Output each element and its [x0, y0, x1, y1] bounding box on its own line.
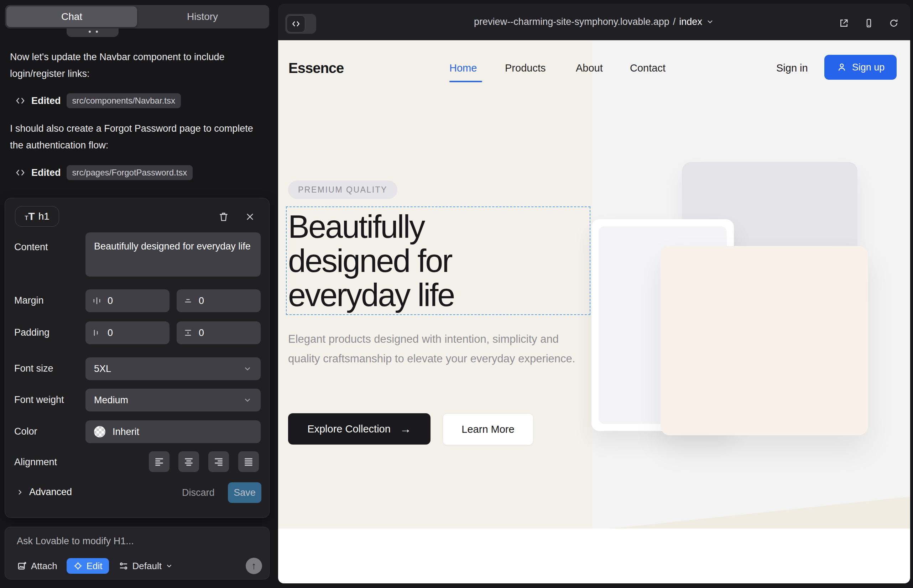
tab-history[interactable]: History	[137, 6, 268, 27]
padding-y-input[interactable]: 0	[176, 321, 261, 344]
hero-heading-line: designed for	[288, 244, 454, 278]
explore-collection-label: Explore Collection	[307, 423, 391, 435]
scrolled-chip-partial	[66, 29, 118, 37]
person-icon	[837, 62, 847, 73]
font-weight-label: Font weight	[14, 394, 64, 405]
code-toggle-segment[interactable]	[287, 15, 305, 32]
open-external-button[interactable]	[837, 17, 850, 29]
attach-label: Attach	[31, 561, 57, 572]
edited-label: Edited	[31, 95, 61, 107]
send-button[interactable]: ↑	[246, 558, 262, 574]
default-mode-button[interactable]: Default	[118, 561, 173, 572]
hero-heading[interactable]: Beautifully designed for everyday life	[288, 210, 454, 312]
content-label: Content	[14, 242, 48, 253]
url-bar[interactable]: preview--charming-site-symphony.lovable.…	[278, 4, 910, 39]
code-icon	[15, 95, 26, 106]
tab-chat[interactable]: Chat	[6, 6, 137, 27]
element-tag: h1	[39, 211, 50, 222]
hero-heading-line: everyday life	[288, 278, 454, 312]
font-size-value: 5XL	[94, 363, 111, 375]
color-select[interactable]: Inherit	[86, 420, 261, 443]
edited-file-row[interactable]: Edited src/pages/ForgotPassword.tsx	[15, 165, 193, 180]
advanced-label: Advanced	[29, 486, 72, 498]
lovable-app-window: Chat History Now let's update the Navbar…	[0, 0, 913, 588]
code-preview-toggle[interactable]	[285, 14, 316, 34]
margin-y-input[interactable]: 0	[176, 289, 261, 312]
chat-message: I should also create a Forgot Password p…	[10, 120, 259, 154]
arrow-right-icon: →	[400, 423, 411, 436]
file-chip[interactable]: src/pages/ForgotPassword.tsx	[66, 165, 193, 180]
chat-history-tabbar: Chat History	[5, 5, 269, 29]
composer-input[interactable]: Ask Lovable to modify H1...	[17, 536, 134, 547]
nav-link-about[interactable]: About	[576, 62, 603, 74]
trash-icon	[218, 211, 229, 223]
close-editor-button[interactable]	[242, 209, 258, 225]
chevron-right-icon	[16, 488, 24, 496]
align-justify-icon	[243, 456, 254, 467]
edited-file-row[interactable]: Edited src/components/Navbar.tsx	[15, 93, 181, 108]
font-weight-select[interactable]: Medium	[86, 389, 261, 412]
align-right-button[interactable]	[208, 451, 229, 472]
align-left-button[interactable]	[149, 451, 170, 472]
explore-collection-button[interactable]: Explore Collection →	[288, 413, 431, 444]
code-icon	[291, 19, 301, 29]
url-page: index	[679, 16, 702, 27]
edited-label: Edited	[31, 167, 61, 178]
align-center-icon	[183, 456, 194, 467]
padding-label: Padding	[14, 327, 50, 338]
content-textarea[interactable]: Beautifully designed for everyday life	[86, 233, 261, 276]
align-justify-button[interactable]	[238, 451, 259, 472]
dot-icon	[89, 31, 91, 33]
chevron-down-icon	[165, 562, 173, 570]
align-right-icon	[213, 456, 224, 467]
mobile-view-button[interactable]	[863, 17, 875, 29]
preview-controls	[837, 13, 900, 33]
advanced-toggle[interactable]: Advanced	[16, 486, 72, 498]
chat-composer[interactable]: Ask Lovable to modify H1... Attach Edit …	[5, 527, 270, 580]
margin-x-value: 0	[108, 296, 113, 307]
margin-horizontal-icon	[92, 296, 102, 306]
crosshair-icon	[73, 561, 83, 571]
dot-icon	[96, 31, 98, 33]
margin-x-input[interactable]: 0	[86, 289, 170, 312]
element-tag-badge: тT h1	[15, 206, 59, 227]
sliders-icon	[118, 561, 129, 571]
url-host: preview--charming-site-symphony.lovable.…	[474, 16, 669, 27]
sign-up-button[interactable]: Sign up	[824, 55, 897, 80]
default-label: Default	[133, 561, 162, 572]
padding-x-input[interactable]: 0	[86, 321, 170, 344]
composer-toolbar: Attach Edit Default	[17, 558, 262, 574]
attach-image-icon	[17, 561, 28, 571]
learn-more-button[interactable]: Learn More	[443, 413, 533, 445]
text-size-icon: тT	[24, 210, 34, 223]
chat-message: Now let's update the Navbar component to…	[10, 49, 259, 82]
sign-in-link[interactable]: Sign in	[776, 62, 808, 74]
code-icon	[15, 167, 26, 178]
external-link-icon	[839, 18, 849, 29]
file-chip[interactable]: src/components/Navbar.tsx	[66, 93, 181, 108]
nav-link-home[interactable]: Home	[449, 62, 477, 74]
nav-active-underline	[449, 81, 482, 82]
nav-link-contact[interactable]: Contact	[630, 62, 665, 74]
margin-y-value: 0	[199, 296, 204, 307]
discard-button[interactable]: Discard	[182, 487, 215, 498]
font-weight-value: Medium	[94, 395, 128, 406]
padding-vertical-icon	[183, 328, 193, 338]
color-label: Color	[14, 426, 37, 437]
refresh-button[interactable]	[887, 17, 900, 29]
close-icon	[244, 211, 256, 223]
attach-button[interactable]: Attach	[17, 561, 57, 572]
delete-element-button[interactable]	[216, 209, 231, 225]
save-button[interactable]: Save	[228, 482, 261, 503]
chevron-down-icon	[243, 396, 252, 405]
edit-mode-button[interactable]: Edit	[66, 558, 109, 574]
font-size-select[interactable]: 5XL	[86, 357, 261, 380]
site-logo[interactable]: Essence	[288, 60, 344, 76]
color-value: Inherit	[113, 426, 139, 438]
align-center-button[interactable]	[178, 451, 199, 472]
color-value-wrap: Inherit	[94, 426, 139, 438]
edit-label: Edit	[87, 561, 102, 572]
nav-link-products[interactable]: Products	[505, 62, 546, 74]
sign-up-label: Sign up	[852, 62, 885, 73]
padding-horizontal-icon	[92, 328, 102, 338]
